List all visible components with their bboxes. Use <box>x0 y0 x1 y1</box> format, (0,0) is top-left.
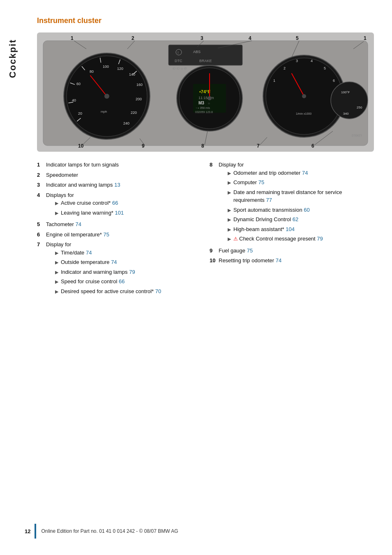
svg-point-53 <box>302 94 306 98</box>
svg-text:20: 20 <box>78 111 82 116</box>
page-reference[interactable]: 70 <box>154 288 161 294</box>
sidebar-cockpit-label: Cockpit <box>7 39 18 78</box>
page-reference[interactable]: 104 <box>284 226 295 232</box>
sub-list-item: ▶Desired speed for active cruise control… <box>55 287 161 296</box>
section-title: Instrument cluster <box>37 16 376 25</box>
triangle-bullet-icon: ▶ <box>228 236 231 243</box>
sub-list-item: ▶⚠Check Control message present 79 <box>228 235 374 243</box>
instrument-cluster-image: 20 40 60 80 100 120 140 160 200 220 240 … <box>37 32 374 152</box>
sub-item-text: Active cruise control* 66 <box>61 199 118 207</box>
svg-text:160: 160 <box>136 83 143 87</box>
sub-list-item: ▶Indicator and warning lamps 79 <box>55 268 161 276</box>
svg-point-55 <box>331 82 368 119</box>
sub-item-text: Leaving lane warning* 101 <box>61 209 124 217</box>
sub-item-text: Dynamic Driving Control 62 <box>233 215 298 224</box>
page-reference[interactable]: 13 <box>113 182 120 188</box>
page-reference[interactable]: 66 <box>111 200 118 206</box>
page-reference[interactable]: 60 <box>302 207 310 213</box>
svg-point-42 <box>208 96 212 100</box>
svg-text:120: 120 <box>117 67 123 71</box>
list-item-content: Display for▶Time/date 74▶Outside tempera… <box>46 240 161 297</box>
list-item-number: 6 <box>37 231 46 239</box>
svg-text:DTC: DTC <box>175 59 182 63</box>
page-reference[interactable]: 75 <box>245 247 253 254</box>
page-reference[interactable]: 74 <box>110 259 117 265</box>
page-reference[interactable]: 79 <box>128 269 135 275</box>
page-reference[interactable]: 75 <box>257 179 264 185</box>
svg-text:5: 5 <box>324 66 326 70</box>
svg-text:→▪ 358 mls: →▪ 358 mls <box>195 106 210 109</box>
svg-text:LDI01/2: LDI01/2 <box>351 134 362 137</box>
list-column-right: 8Display for▶Odometer and trip odometer … <box>210 161 374 299</box>
page-reference[interactable]: 79 <box>316 236 323 242</box>
svg-text:200: 200 <box>136 97 142 101</box>
item-list-container: 1Indicator lamps for turn signals2Speedo… <box>37 161 374 299</box>
list-item-number: 9 <box>210 247 219 255</box>
svg-text:M3: M3 <box>198 101 204 105</box>
sub-item-text: Speed for cruise control 66 <box>61 278 125 286</box>
page-reference[interactable]: 74 <box>74 221 81 227</box>
svg-text:340: 340 <box>343 112 349 116</box>
sub-item-text: Odometer and trip odometer 74 <box>233 169 308 177</box>
warning-triangle-icon: ⚠ <box>233 236 238 242</box>
svg-text:1: 1 <box>71 35 74 41</box>
page-reference[interactable]: 75 <box>102 231 109 238</box>
triangle-bullet-icon: ▶ <box>228 216 231 223</box>
svg-text:100°F: 100°F <box>341 90 350 94</box>
svg-text:1: 1 <box>364 35 367 41</box>
list-item-text: Display for <box>46 241 71 247</box>
list-item: 2Speedometer <box>37 171 201 179</box>
footer: 12 Online Edition for Part no. 01 41 0 0… <box>25 524 376 539</box>
list-item-number: 7 <box>37 240 46 249</box>
list-item-number: 8 <box>210 161 219 169</box>
svg-text:3: 3 <box>296 59 298 63</box>
svg-text:ABS: ABS <box>193 50 201 54</box>
svg-text:220: 220 <box>131 111 137 115</box>
list-item-content: Fuel gauge 75 <box>219 247 253 255</box>
triangle-bullet-icon: ▶ <box>55 250 58 257</box>
sub-item-text: Desired speed for active cruise control*… <box>61 287 161 296</box>
triangle-bullet-icon: ▶ <box>55 210 58 217</box>
svg-text:032059 123.8: 032059 123.8 <box>195 111 213 113</box>
list-item-text: Fuel gauge 75 <box>219 247 253 254</box>
list-item-content: Engine oil temperature* 75 <box>46 231 109 239</box>
list-item: 6Engine oil temperature* 75 <box>37 231 201 239</box>
list-item-text: Engine oil temperature* 75 <box>46 231 109 238</box>
sub-item-text: Time/date 74 <box>61 249 92 257</box>
svg-text:11:15 am: 11:15 am <box>198 96 214 100</box>
svg-text:1: 1 <box>273 79 275 83</box>
list-item: 5Tachometer 74 <box>37 220 201 229</box>
svg-text:1/min x1000: 1/min x1000 <box>296 112 311 115</box>
list-item-content: Display for▶Odometer and trip odometer 7… <box>219 161 374 245</box>
page-reference[interactable]: 66 <box>117 278 125 284</box>
list-item: 7Display for▶Time/date 74▶Outside temper… <box>37 240 201 297</box>
svg-point-23 <box>104 94 109 99</box>
sub-item-text: High-beam assistant* 104 <box>233 225 295 234</box>
svg-text:140: 140 <box>129 72 135 76</box>
list-item-number: 4 <box>37 191 46 199</box>
list-column-left: 1Indicator lamps for turn signals2Speedo… <box>37 161 210 299</box>
page-reference[interactable]: 74 <box>300 170 308 176</box>
list-item: 8Display for▶Odometer and trip odometer … <box>210 161 374 245</box>
svg-text:9: 9 <box>142 143 145 149</box>
list-item-content: Tachometer 74 <box>46 220 81 229</box>
svg-text:80: 80 <box>90 69 94 74</box>
list-item-content: Indicator lamps for turn signals <box>46 161 119 169</box>
sub-item-text: Computer 75 <box>233 178 264 187</box>
list-item-number: 5 <box>37 220 46 229</box>
page-reference[interactable]: 74 <box>84 250 92 256</box>
page-reference[interactable]: 77 <box>265 197 272 203</box>
page-reference[interactable]: 74 <box>274 257 281 264</box>
sub-item-text: ⚠Check Control message present 79 <box>233 235 323 243</box>
svg-text:100: 100 <box>103 65 109 69</box>
list-item-content: Speedometer <box>46 171 78 179</box>
page-reference[interactable]: 62 <box>291 216 298 222</box>
svg-text:!: ! <box>178 51 179 55</box>
page-reference[interactable]: 101 <box>113 210 124 216</box>
triangle-bullet-icon: ▶ <box>55 278 58 285</box>
svg-text:5: 5 <box>296 35 299 41</box>
svg-text:40: 40 <box>72 98 76 102</box>
svg-text:3: 3 <box>201 35 203 41</box>
sub-list-item: ▶Dynamic Driving Control 62 <box>228 215 374 224</box>
svg-text:8: 8 <box>201 143 204 149</box>
